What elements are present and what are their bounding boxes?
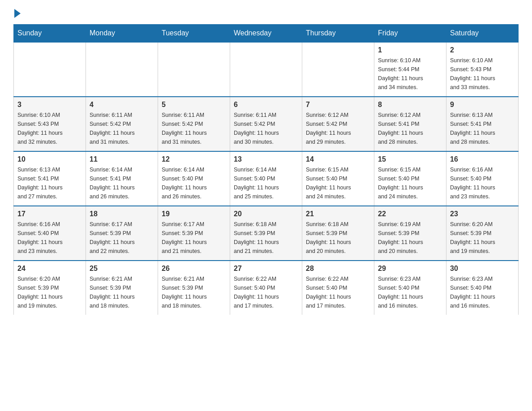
calendar-cell: 29Sunrise: 6:23 AM Sunset: 5:40 PM Dayli… (374, 261, 446, 315)
day-number: 22 (378, 210, 442, 218)
day-info: Sunrise: 6:16 AM Sunset: 5:40 PM Dayligh… (450, 165, 515, 201)
day-info: Sunrise: 6:10 AM Sunset: 5:44 PM Dayligh… (378, 56, 442, 92)
calendar-cell: 7Sunrise: 6:12 AM Sunset: 5:42 PM Daylig… (302, 97, 374, 151)
calendar-cell (86, 42, 158, 97)
weekday-header-tuesday: Tuesday (158, 25, 230, 43)
day-info: Sunrise: 6:21 AM Sunset: 5:39 PM Dayligh… (162, 274, 226, 310)
calendar-cell: 4Sunrise: 6:11 AM Sunset: 5:42 PM Daylig… (86, 97, 158, 151)
day-number: 9 (450, 101, 515, 109)
day-info: Sunrise: 6:14 AM Sunset: 5:40 PM Dayligh… (162, 165, 226, 201)
page-header (13, 9, 519, 15)
calendar-week-1: 3Sunrise: 6:10 AM Sunset: 5:43 PM Daylig… (14, 97, 519, 151)
calendar-cell: 2Sunrise: 6:10 AM Sunset: 5:43 PM Daylig… (446, 42, 519, 97)
day-number: 25 (90, 265, 154, 273)
day-number: 24 (17, 265, 82, 273)
calendar-cell: 3Sunrise: 6:10 AM Sunset: 5:43 PM Daylig… (14, 97, 86, 151)
calendar-cell: 5Sunrise: 6:11 AM Sunset: 5:42 PM Daylig… (158, 97, 230, 151)
calendar-cell: 24Sunrise: 6:20 AM Sunset: 5:39 PM Dayli… (14, 261, 86, 315)
day-info: Sunrise: 6:18 AM Sunset: 5:39 PM Dayligh… (306, 220, 370, 256)
day-number: 3 (17, 101, 82, 109)
day-info: Sunrise: 6:15 AM Sunset: 5:40 PM Dayligh… (378, 165, 442, 201)
day-number: 27 (234, 265, 298, 273)
day-number: 14 (306, 155, 370, 163)
day-info: Sunrise: 6:13 AM Sunset: 5:41 PM Dayligh… (450, 111, 515, 146)
day-info: Sunrise: 6:10 AM Sunset: 5:43 PM Dayligh… (450, 56, 515, 92)
day-number: 20 (234, 210, 298, 218)
day-number: 12 (162, 155, 226, 163)
calendar-cell: 27Sunrise: 6:22 AM Sunset: 5:40 PM Dayli… (230, 261, 302, 315)
calendar-cell: 23Sunrise: 6:20 AM Sunset: 5:39 PM Dayli… (446, 206, 519, 261)
day-number: 6 (234, 101, 298, 109)
day-info: Sunrise: 6:18 AM Sunset: 5:39 PM Dayligh… (234, 220, 298, 256)
calendar-cell: 11Sunrise: 6:14 AM Sunset: 5:41 PM Dayli… (86, 151, 158, 206)
day-number: 4 (90, 101, 154, 109)
weekday-header-friday: Friday (374, 25, 446, 43)
calendar-cell (302, 42, 374, 97)
weekday-header-sunday: Sunday (14, 25, 86, 43)
day-number: 19 (162, 210, 226, 218)
day-number: 15 (378, 155, 442, 163)
day-number: 5 (162, 101, 226, 109)
day-info: Sunrise: 6:20 AM Sunset: 5:39 PM Dayligh… (450, 220, 515, 256)
day-number: 10 (17, 155, 82, 163)
day-number: 1 (378, 46, 442, 54)
day-number: 2 (450, 46, 515, 54)
calendar-cell: 16Sunrise: 6:16 AM Sunset: 5:40 PM Dayli… (446, 151, 519, 206)
calendar-cell: 20Sunrise: 6:18 AM Sunset: 5:39 PM Dayli… (230, 206, 302, 261)
day-info: Sunrise: 6:20 AM Sunset: 5:39 PM Dayligh… (17, 274, 82, 310)
day-info: Sunrise: 6:22 AM Sunset: 5:40 PM Dayligh… (234, 274, 298, 310)
calendar-cell: 21Sunrise: 6:18 AM Sunset: 5:39 PM Dayli… (302, 206, 374, 261)
day-number: 11 (90, 155, 154, 163)
logo-arrow-icon (14, 9, 21, 18)
day-number: 18 (90, 210, 154, 218)
day-number: 16 (450, 155, 515, 163)
logo (13, 9, 21, 15)
calendar-cell (158, 42, 230, 97)
calendar-cell: 14Sunrise: 6:15 AM Sunset: 5:40 PM Dayli… (302, 151, 374, 206)
calendar-cell: 15Sunrise: 6:15 AM Sunset: 5:40 PM Dayli… (374, 151, 446, 206)
day-number: 17 (17, 210, 82, 218)
calendar-cell: 12Sunrise: 6:14 AM Sunset: 5:40 PM Dayli… (158, 151, 230, 206)
weekday-header-saturday: Saturday (446, 25, 519, 43)
calendar-week-0: 1Sunrise: 6:10 AM Sunset: 5:44 PM Daylig… (14, 42, 519, 97)
day-number: 23 (450, 210, 515, 218)
calendar-cell: 8Sunrise: 6:12 AM Sunset: 5:41 PM Daylig… (374, 97, 446, 151)
day-info: Sunrise: 6:23 AM Sunset: 5:40 PM Dayligh… (450, 274, 515, 310)
calendar-cell: 13Sunrise: 6:14 AM Sunset: 5:40 PM Dayli… (230, 151, 302, 206)
day-number: 7 (306, 101, 370, 109)
day-number: 21 (306, 210, 370, 218)
day-info: Sunrise: 6:22 AM Sunset: 5:40 PM Dayligh… (306, 274, 370, 310)
calendar-cell: 17Sunrise: 6:16 AM Sunset: 5:40 PM Dayli… (14, 206, 86, 261)
day-number: 8 (378, 101, 442, 109)
weekday-header-wednesday: Wednesday (230, 25, 302, 43)
calendar-week-2: 10Sunrise: 6:13 AM Sunset: 5:41 PM Dayli… (14, 151, 519, 206)
day-number: 28 (306, 265, 370, 273)
calendar-cell: 19Sunrise: 6:17 AM Sunset: 5:39 PM Dayli… (158, 206, 230, 261)
calendar-cell: 26Sunrise: 6:21 AM Sunset: 5:39 PM Dayli… (158, 261, 230, 315)
day-info: Sunrise: 6:11 AM Sunset: 5:42 PM Dayligh… (90, 111, 154, 146)
day-info: Sunrise: 6:13 AM Sunset: 5:41 PM Dayligh… (17, 165, 82, 201)
day-number: 30 (450, 265, 515, 273)
calendar-cell (14, 42, 86, 97)
calendar-cell: 30Sunrise: 6:23 AM Sunset: 5:40 PM Dayli… (446, 261, 519, 315)
day-info: Sunrise: 6:14 AM Sunset: 5:40 PM Dayligh… (234, 165, 298, 201)
day-number: 29 (378, 265, 442, 273)
calendar-cell: 25Sunrise: 6:21 AM Sunset: 5:39 PM Dayli… (86, 261, 158, 315)
day-info: Sunrise: 6:11 AM Sunset: 5:42 PM Dayligh… (234, 111, 298, 146)
calendar-cell: 9Sunrise: 6:13 AM Sunset: 5:41 PM Daylig… (446, 97, 519, 151)
calendar-table: SundayMondayTuesdayWednesdayThursdayFrid… (13, 24, 519, 315)
calendar-cell: 18Sunrise: 6:17 AM Sunset: 5:39 PM Dayli… (86, 206, 158, 261)
day-info: Sunrise: 6:14 AM Sunset: 5:41 PM Dayligh… (90, 165, 154, 201)
day-number: 13 (234, 155, 298, 163)
weekday-header-thursday: Thursday (302, 25, 374, 43)
day-info: Sunrise: 6:23 AM Sunset: 5:40 PM Dayligh… (378, 274, 442, 310)
weekday-header-row: SundayMondayTuesdayWednesdayThursdayFrid… (14, 25, 519, 43)
day-number: 26 (162, 265, 226, 273)
calendar-cell: 6Sunrise: 6:11 AM Sunset: 5:42 PM Daylig… (230, 97, 302, 151)
day-info: Sunrise: 6:17 AM Sunset: 5:39 PM Dayligh… (162, 220, 226, 256)
day-info: Sunrise: 6:11 AM Sunset: 5:42 PM Dayligh… (162, 111, 226, 146)
calendar-cell: 28Sunrise: 6:22 AM Sunset: 5:40 PM Dayli… (302, 261, 374, 315)
calendar-cell (230, 42, 302, 97)
day-info: Sunrise: 6:15 AM Sunset: 5:40 PM Dayligh… (306, 165, 370, 201)
day-info: Sunrise: 6:21 AM Sunset: 5:39 PM Dayligh… (90, 274, 154, 310)
